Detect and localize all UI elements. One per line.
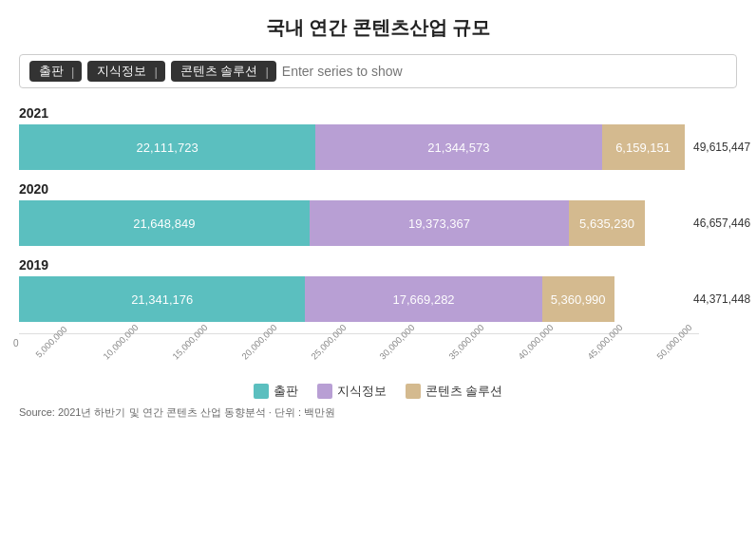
bar-total: 49,615,447: [693, 141, 702, 154]
pipe-icon: |: [265, 65, 268, 79]
axis-zero: 0: [13, 338, 19, 348]
axis-area: 0 5,000,00010,000,00015,000,00020,000,00…: [19, 333, 699, 379]
legend-label: 출판: [274, 383, 298, 400]
bar-segment-출판: 22,111,723: [19, 124, 315, 170]
bar-total: 46,657,446: [693, 217, 742, 230]
legend-color-box: [317, 384, 332, 399]
source-text: Source: 2021년 하반기 및 연간 콘텐츠 산업 동향분석 · 단위 …: [19, 405, 737, 420]
axis-tick: 15,000,000: [166, 318, 214, 366]
bar-segment-지식정보: 19,373,367: [310, 200, 570, 246]
page: 국내 연간 콘텐츠산업 규모 출판 | 지식정보 | 콘텐츠 솔루션 | 202…: [0, 0, 756, 546]
bar-total: 44,371,448: [693, 292, 756, 306]
bar-segment-콘텐츠 솔루션: 6,159,151: [602, 124, 685, 170]
filter-tag-knowledge[interactable]: 지식정보 |: [87, 61, 164, 82]
legend-item: 출판: [254, 383, 298, 400]
series-input[interactable]: [282, 64, 727, 79]
bar-segment-지식정보: 17,669,282: [305, 276, 541, 322]
bar-row: 22,111,72321,344,5736,159,15149,615,447: [19, 124, 690, 170]
axis-tick: 40,000,000: [512, 318, 559, 366]
bar-segment-출판: 21,341,176: [19, 276, 305, 322]
bar-segment-지식정보: 21,344,573: [315, 124, 601, 170]
axis-ticks: 5,000,00010,000,00015,000,00020,000,0002…: [19, 334, 699, 348]
chart-section-2021: 202122,111,72321,344,5736,159,15149,615,…: [19, 105, 690, 170]
axis-tick: 35,000,000: [443, 318, 490, 366]
chart-section-2020: 202021,648,84919,373,3675,635,23046,657,…: [19, 181, 690, 246]
legend-color-box: [254, 384, 269, 399]
filter-tag-label: 지식정보: [97, 63, 146, 80]
bar-segment-출판: 21,648,849: [19, 200, 310, 246]
legend-label: 콘텐츠 솔루션: [425, 383, 503, 400]
legend-item: 콘텐츠 솔루션: [406, 383, 503, 400]
axis-tick: 5,000,000: [28, 318, 75, 366]
chart-title: 국내 연간 콘텐츠산업 규모: [19, 15, 737, 41]
bar-row: 21,341,17617,669,2825,360,99044,371,448: [19, 276, 690, 322]
legend-color-box: [406, 384, 421, 399]
axis-tick: 20,000,000: [235, 318, 282, 366]
pipe-icon: |: [71, 65, 74, 79]
axis-tick: 10,000,000: [97, 318, 144, 366]
chart-section-2019: 201921,341,17617,669,2825,360,99044,371,…: [19, 257, 690, 322]
pipe-icon: |: [154, 65, 157, 79]
year-label: 2019: [19, 257, 690, 273]
filter-tag-label: 콘텐츠 솔루션: [180, 63, 258, 80]
bar-row: 21,648,84919,373,3675,635,23046,657,446: [19, 200, 690, 246]
year-label: 2021: [19, 105, 690, 121]
filter-tag-publish[interactable]: 출판 |: [29, 61, 82, 82]
axis-tick: 30,000,000: [373, 318, 421, 366]
bar-segment-콘텐츠 솔루션: 5,635,230: [569, 200, 645, 246]
year-label: 2020: [19, 181, 690, 197]
filter-tag-content[interactable]: 콘텐츠 솔루션 |: [171, 61, 276, 82]
bar-segment-콘텐츠 솔루션: 5,360,990: [542, 276, 614, 322]
chart-wrapper: 202122,111,72321,344,5736,159,15149,615,…: [19, 105, 690, 322]
legend: 출판지식정보콘텐츠 솔루션: [19, 383, 737, 400]
filter-bar: 출판 | 지식정보 | 콘텐츠 솔루션 |: [19, 54, 737, 88]
legend-label: 지식정보: [337, 383, 387, 400]
filter-tag-label: 출판: [39, 63, 64, 80]
axis-tick: 45,000,000: [581, 318, 629, 366]
legend-item: 지식정보: [317, 383, 387, 400]
axis-tick: 25,000,000: [304, 318, 351, 366]
axis-tick: 50,000,000: [651, 318, 698, 366]
